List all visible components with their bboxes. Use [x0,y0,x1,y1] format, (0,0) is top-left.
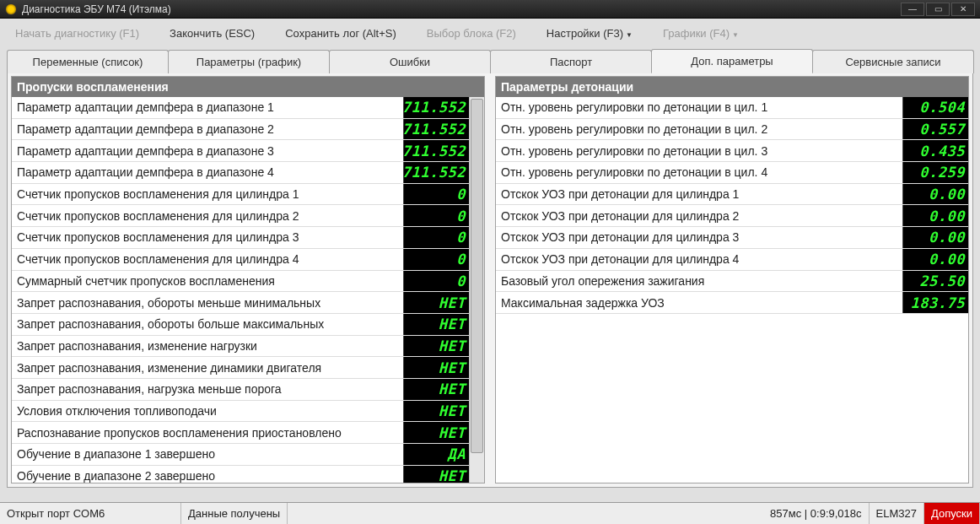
table-row: Отн. уровень регулировки по детонации в … [496,119,968,141]
row-value: НЕТ [403,314,469,335]
row-label: Отн. уровень регулировки по детонации в … [496,119,902,140]
row-label: Параметр адаптации демпфера в диапазоне … [12,119,403,140]
row-label: Счетчик пропусков воспламенения для цили… [12,205,403,226]
row-value: НЕТ [403,336,469,357]
row-value: НЕТ [403,401,469,422]
row-value: 0.504 [902,97,968,118]
row-value: 0.00 [902,184,968,205]
row-label: Отскок УОЗ при детонации для цилиндра 2 [496,205,902,226]
table-row: Отскок УОЗ при детонации для цилиндра 30… [496,227,968,249]
row-value: 711.552 [403,119,469,140]
close-button[interactable]: ✕ [951,3,975,16]
row-label: Запрет распознавания, обороты меньше мин… [12,292,403,313]
row-label: Обучение в диапазоне 1 завершено [12,444,403,465]
left-rows: Параметр адаптации демпфера в диапазоне … [12,97,469,483]
row-label: Отн. уровень регулировки по детонации в … [496,140,902,161]
chevron-down-icon: ▼ [626,31,633,39]
row-value: 0 [403,227,469,248]
table-row: Параметр адаптации демпфера в диапазоне … [12,162,469,184]
row-value: НЕТ [403,379,469,400]
row-value: ДА [403,444,469,465]
row-label: Запрет распознавания, обороты больше мак… [12,314,403,335]
table-row: Суммарный счетчик пропусков воспламенени… [12,271,469,293]
right-panel-title: Параметры детонации [496,77,968,97]
tab-extra[interactable]: Доп. параметры [651,49,813,73]
row-label: Распознавание пропусков воспламенения пр… [12,422,403,443]
table-row: Отн. уровень регулировки по детонации в … [496,97,968,119]
row-value: 0.00 [902,205,968,226]
table-row: Счетчик пропусков воспламенения для цили… [12,184,469,206]
row-label: Запрет распознавания, нагрузка меньше по… [12,379,403,400]
row-label: Параметр адаптации демпфера в диапазоне … [12,97,403,118]
tab-bar: Переменные (список) Параметры (график) О… [0,48,980,73]
menu-start[interactable]: Начать диагностику (F1) [8,24,146,43]
row-value: НЕТ [403,422,469,443]
row-label: Параметр адаптации демпфера в диапазоне … [12,140,403,161]
table-row: Параметр адаптации демпфера в диапазоне … [12,97,469,119]
row-label: Запрет распознавания, изменение нагрузки [12,336,403,357]
table-row: Отскок УОЗ при детонации для цилиндра 20… [496,205,968,227]
table-row: Обучение в диапазоне 1 завершеноДА [12,444,469,466]
row-value: 183.75 [902,292,968,313]
table-row: Обучение в диапазоне 2 завершеноНЕТ [12,466,469,483]
tab-errors[interactable]: Ошибки [329,50,491,73]
menu-selectblock[interactable]: Выбор блока (F2) [420,24,523,43]
row-label: Отскок УОЗ при детонации для цилиндра 3 [496,227,902,248]
row-value: 0.557 [902,119,968,140]
row-value: НЕТ [403,357,469,378]
row-value: 0.435 [902,140,968,161]
table-row: Запрет распознавания, изменение нагрузки… [12,336,469,358]
table-row: Параметр адаптации демпфера в диапазоне … [12,140,469,162]
table-row: Запрет распознавания, обороты больше мак… [12,314,469,336]
status-device: ELM327 [870,503,924,524]
right-rows: Отн. уровень регулировки по детонации в … [496,97,968,483]
row-label: Счетчик пропусков воспламенения для цили… [12,227,403,248]
status-port: Открыт порт COM6 [0,503,181,524]
row-value: НЕТ [403,292,469,313]
tab-service[interactable]: Сервисные записи [812,50,974,73]
table-row: Условия отключения топливоподачиНЕТ [12,401,469,423]
table-row: Базовый угол опережения зажигания25.50 [496,271,968,293]
row-label: Счетчик пропусков воспламенения для цили… [12,249,403,270]
chevron-down-icon: ▼ [732,31,739,39]
row-value: 0.00 [902,227,968,248]
minimize-button[interactable]: — [901,3,924,16]
content-panel: Пропуски воспламенения Параметр адаптаци… [7,73,973,488]
menu-stop[interactable]: Закончить (ESC) [163,24,261,43]
row-value: НЕТ [403,466,469,483]
window-titlebar: Диагностика ЭБУ M74 (Итэлма) — ▭ ✕ [0,0,980,19]
status-badge[interactable]: Допуски [924,503,980,524]
table-row: Распознавание пропусков воспламенения пр… [12,422,469,444]
table-row: Отн. уровень регулировки по детонации в … [496,140,968,162]
row-label: Суммарный счетчик пропусков воспламенени… [12,271,403,292]
table-row: Счетчик пропусков воспламенения для цили… [12,249,469,271]
row-label: Базовый угол опережения зажигания [496,271,902,292]
table-row: Счетчик пропусков воспламенения для цили… [12,227,469,249]
row-label: Обучение в диапазоне 2 завершено [12,466,403,483]
window-title: Диагностика ЭБУ M74 (Итэлма) [22,3,171,15]
row-label: Максимальная задержка УОЗ [496,292,902,313]
table-row: Запрет распознавания, обороты меньше мин… [12,292,469,314]
menu-settings[interactable]: Настройки (F3)▼ [540,24,639,43]
table-row: Параметр адаптации демпфера в диапазоне … [12,119,469,141]
maximize-button[interactable]: ▭ [926,3,950,16]
menu-charts[interactable]: Графики (F4)▼ [656,24,746,43]
row-value: 0.00 [902,249,968,270]
row-value: 25.50 [902,271,968,292]
scrollbar[interactable] [469,97,484,483]
menu-charts-label: Графики (F4) [663,27,730,40]
scrollbar-thumb[interactable] [471,99,483,453]
row-label: Условия отключения топливоподачи [12,401,403,422]
status-timing: 857мс | 0:9:9,018с [763,503,869,524]
menu-savelog[interactable]: Сохранить лог (Alt+S) [278,24,403,43]
row-label: Запрет распознавания, изменение динамики… [12,357,403,378]
row-label: Параметр адаптации демпфера в диапазоне … [12,162,403,183]
tab-passport[interactable]: Паспорт [490,50,652,73]
row-value: 711.552 [403,140,469,161]
row-label: Отн. уровень регулировки по детонации в … [496,97,902,118]
tab-parameters[interactable]: Параметры (график) [168,50,330,73]
row-value: 0.259 [902,162,968,183]
tab-variables[interactable]: Переменные (список) [7,50,169,73]
main-menu: Начать диагностику (F1) Закончить (ESC) … [0,19,980,48]
row-label: Отскок УОЗ при детонации для цилиндра 1 [496,184,902,205]
